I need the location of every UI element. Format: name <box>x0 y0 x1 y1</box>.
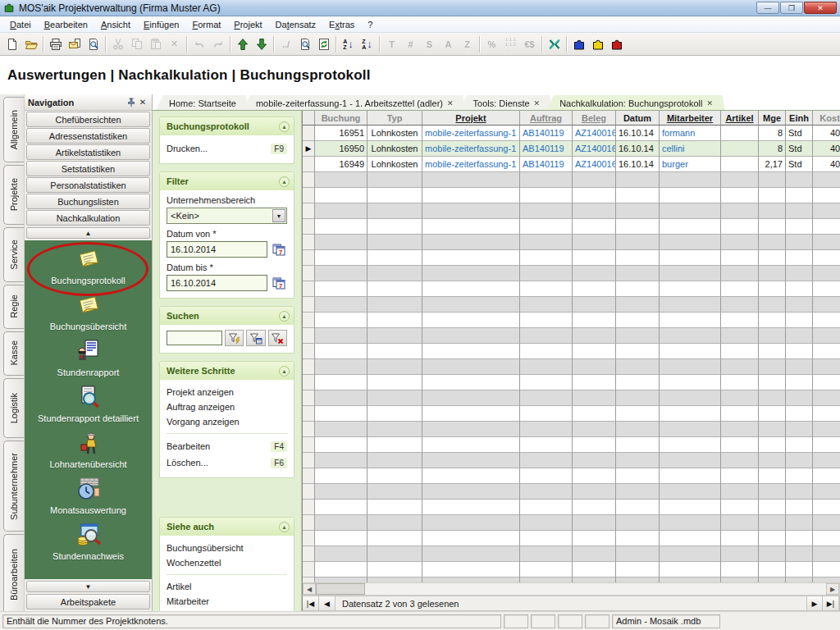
buchungsuebersicht-link[interactable]: Buchungsübersicht <box>167 541 287 555</box>
minimize-button[interactable]: — <box>756 2 779 14</box>
scrollbar-thumb[interactable] <box>316 583 365 595</box>
next-record-button[interactable]: ▶ <box>806 596 823 610</box>
nav-scroll-up-button[interactable]: ▲ <box>26 227 150 239</box>
section-header[interactable]: Filter ▲ <box>160 172 294 190</box>
column-header-einh[interactable]: Einh <box>789 113 809 123</box>
plugin-yellow-button[interactable] <box>588 34 607 53</box>
nav-group-arbeitspakete[interactable]: Arbeitspakete <box>26 594 150 609</box>
module-tab-büroarbeiten[interactable]: Büroarbeiten <box>3 534 24 611</box>
menu-item-projekt[interactable]: Projekt <box>227 18 268 31</box>
shortcut-buchungsübersicht[interactable]: Buchungsübersicht <box>25 293 152 331</box>
menu-item-format[interactable]: Format <box>185 18 227 31</box>
shortcut-stundennachweis[interactable]: Stundennachweis <box>25 523 152 561</box>
cell-projekt[interactable]: mobile-zeiterfassung-1 <box>425 144 516 153</box>
close-panel-icon[interactable]: ✕ <box>137 97 148 108</box>
horizontal-scrollbar[interactable]: ◀ ▶ <box>302 582 840 596</box>
projekt-anzeigen-link[interactable]: Projekt anzeigen <box>167 385 287 399</box>
sort-desc-button[interactable]: ZA↓ <box>358 34 377 53</box>
print-mail-button[interactable] <box>65 34 84 53</box>
section-header[interactable]: Buchungsprotokoll ▲ <box>160 117 294 135</box>
document-tab[interactable]: Nachkalkulation: Buchungsprotokoll✕ <box>546 95 724 110</box>
section-header[interactable]: Siehe auch ▲ <box>160 518 294 536</box>
shortcut-stundenrapport[interactable]: Stundenrapport <box>25 339 152 377</box>
previous-record-button[interactable]: ◀ <box>319 596 336 610</box>
menu-item-extras[interactable]: Extras <box>322 18 361 31</box>
menu-item-einfgen[interactable]: Einfügen <box>137 18 185 31</box>
section-header[interactable]: Suchen ▲ <box>160 307 294 325</box>
cell-beleg[interactable]: AZ140016 <box>575 144 616 153</box>
module-tab-logistik[interactable]: Logistik <box>3 378 24 438</box>
new-button[interactable] <box>2 34 21 53</box>
nav-group-adressenstatistiken[interactable]: Adressenstatistiken <box>26 128 150 144</box>
module-tab-regie[interactable]: Regie <box>3 285 24 329</box>
menu-item-datensatz[interactable]: Datensatz <box>269 18 323 31</box>
plugin-blue-button[interactable] <box>569 34 588 53</box>
artikel-link[interactable]: Artikel <box>167 579 287 594</box>
cell-auftrag[interactable]: AB140119 <box>523 159 564 169</box>
filter-list-icon[interactable] <box>246 330 265 346</box>
collapse-icon[interactable]: ▲ <box>279 176 290 187</box>
calendar-icon[interactable]: 7 <box>271 275 287 291</box>
scroll-right-icon[interactable]: ▶ <box>826 583 839 595</box>
sort-asc-button[interactable]: AZ↓ <box>339 34 358 53</box>
vorgang-anzeigen-link[interactable]: Vorgang anzeigen <box>167 414 287 429</box>
first-record-button[interactable]: |◀ <box>303 596 319 610</box>
cell-beleg[interactable]: AZ140016 <box>575 159 616 169</box>
section-header[interactable]: Weitere Schritte ▲ <box>160 362 294 380</box>
module-tab-service[interactable]: Service <box>3 227 24 282</box>
document-tab[interactable]: Tools: Dienste✕ <box>460 95 552 110</box>
scrollbar-track[interactable] <box>316 583 826 595</box>
cell-projekt[interactable]: mobile-zeiterfassung-1 <box>425 159 516 169</box>
shortcut-stundenrapport-detailliert[interactable]: Stundenrapport detailliert <box>25 385 152 423</box>
print-button[interactable] <box>46 34 65 53</box>
filter-clear-icon[interactable] <box>268 330 287 346</box>
cell-auftrag[interactable]: AB140119 <box>523 128 564 138</box>
module-tab-subunternehmer[interactable]: Subunternehmer <box>3 441 24 532</box>
document-tab[interactable]: mobile-zeiterfassung-1 - 1. Arbeitszette… <box>243 95 465 110</box>
cell-auftrag[interactable]: AB140119 <box>523 144 564 153</box>
column-header-datum[interactable]: Datum <box>623 113 651 123</box>
search-input[interactable] <box>167 331 222 345</box>
column-header-artikel[interactable]: Artikel <box>725 113 753 123</box>
cell-mitarbeiter[interactable]: formann <box>662 128 695 138</box>
maximize-button[interactable]: ❐ <box>780 2 803 14</box>
print-preview-button[interactable] <box>84 34 103 53</box>
module-tab-projekte[interactable]: Projekte <box>3 165 24 225</box>
column-header-mge[interactable]: Mge <box>763 113 781 123</box>
menu-item-bearbeiten[interactable]: Bearbeiten <box>38 18 94 31</box>
unternehmensbereich-select[interactable]: <Kein> ▼ <box>167 208 287 224</box>
column-header-projekt[interactable]: Projekt <box>455 113 486 123</box>
datum-bis-input[interactable]: 16.10.2014 <box>167 275 267 291</box>
table-row[interactable]: 16951Lohnkostenmobile-zeiterfassung-1AB1… <box>303 126 840 141</box>
shortcut-monatsauswertung[interactable]: Monatsauswertung <box>25 477 152 515</box>
chevron-down-icon[interactable]: ▼ <box>272 209 285 222</box>
search-button[interactable] <box>295 34 314 53</box>
column-header-buchung[interactable]: Buchung <box>322 113 361 123</box>
collapse-icon[interactable]: ▲ <box>279 311 290 322</box>
menu-item-datei[interactable]: Datei <box>3 18 38 31</box>
excel-export-button[interactable] <box>545 34 564 53</box>
drucken-command[interactable]: Drucken... F9 <box>167 140 287 157</box>
nav-group-chefübersichten[interactable]: Chefübersichten <box>26 112 150 127</box>
last-record-button[interactable]: ▶| <box>823 596 839 610</box>
nav-group-artikelstatistiken[interactable]: Artikelstatistiken <box>26 144 150 160</box>
open-button[interactable] <box>21 34 40 53</box>
table-row[interactable]: ▶16950Lohnkostenmobile-zeiterfassung-1AB… <box>303 141 840 157</box>
close-button[interactable]: ✕ <box>804 2 837 14</box>
filter-apply-icon[interactable] <box>225 330 244 346</box>
nav-group-personalstatistiken[interactable]: Personalstatistiken <box>26 177 150 193</box>
collapse-icon[interactable]: ▲ <box>279 366 290 377</box>
move-down-button[interactable] <box>252 34 271 53</box>
move-up-button[interactable] <box>233 34 252 53</box>
cell-mitarbeiter[interactable]: burger <box>662 159 688 169</box>
calendar-icon[interactable]: 7 <box>271 241 287 258</box>
collapse-icon[interactable]: ▲ <box>279 522 290 532</box>
refresh-button[interactable] <box>314 34 333 53</box>
mitarbeiter-link[interactable]: Mitarbeiter <box>167 594 287 609</box>
datum-von-input[interactable]: 16.10.2014 <box>167 241 267 258</box>
close-tab-icon[interactable]: ✕ <box>706 99 713 107</box>
plugin-red-button[interactable] <box>607 34 626 53</box>
loeschen-command[interactable]: Löschen... F6 <box>167 454 287 471</box>
cell-projekt[interactable]: mobile-zeiterfassung-1 <box>425 128 516 138</box>
column-header-auftrag[interactable]: Auftrag <box>530 113 562 123</box>
